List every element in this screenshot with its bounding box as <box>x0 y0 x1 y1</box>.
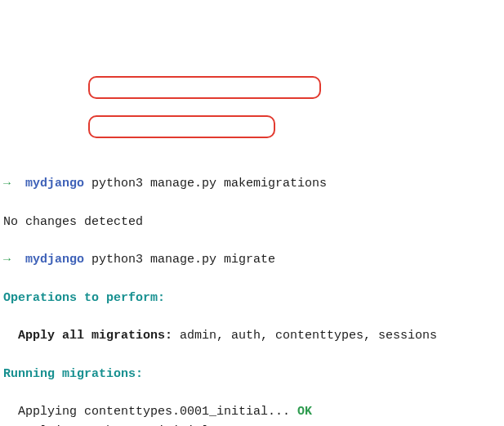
command-text: python3 manage.py makemigrations <box>91 177 327 191</box>
operations-header: Operations to perform: <box>3 289 504 307</box>
apply-all-line: Apply all migrations: admin, auth, conte… <box>18 326 504 345</box>
migration-line: Applying auth.0001_initial... OK <box>18 422 504 427</box>
highlight-box-1 <box>88 76 321 99</box>
running-header: Running migrations: <box>3 365 504 383</box>
migration-text: Applying contenttypes.0001_initial... <box>18 405 297 419</box>
output-no-changes: No changes detected <box>3 213 504 231</box>
prompt-arrow: → <box>3 177 11 191</box>
highlight-box-2 <box>88 115 275 138</box>
prompt-line-1: → mydjango python3 manage.py makemigrati… <box>3 174 504 193</box>
prompt-line-2: → mydjango python3 manage.py migrate <box>3 250 504 269</box>
prompt-arrow: → <box>3 253 11 267</box>
status-ok: OK <box>297 405 312 419</box>
apply-all-label: Apply all migrations: <box>18 329 172 343</box>
command-text: python3 manage.py migrate <box>91 253 275 267</box>
terminal-output: → mydjango python3 manage.py makemigrati… <box>3 79 504 426</box>
apply-all-targets: admin, auth, contenttypes, sessions <box>172 329 437 343</box>
migration-line: Applying contenttypes.0001_initial... OK <box>18 402 504 421</box>
prompt-dir: mydjango <box>25 253 84 267</box>
prompt-dir: mydjango <box>25 177 84 191</box>
